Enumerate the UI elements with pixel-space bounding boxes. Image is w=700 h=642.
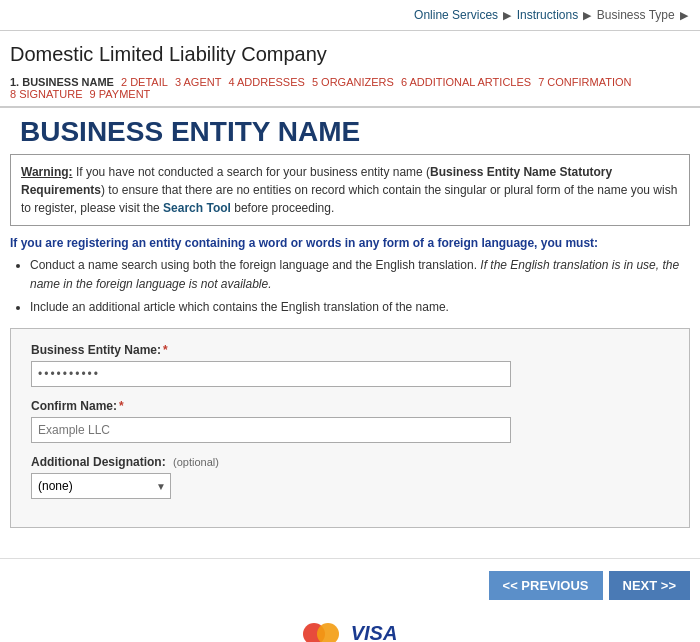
step-2-link[interactable]: 2 DETAIL	[121, 76, 168, 88]
business-name-input[interactable]	[31, 361, 511, 387]
step-5-link[interactable]: 5 ORGANIZERS	[312, 76, 394, 88]
breadcrumb-sep-2: ▶	[583, 9, 591, 21]
breadcrumb-instructions[interactable]: Instructions	[517, 8, 578, 22]
step-8-link[interactable]: 8 SIGNATURE	[10, 88, 83, 100]
step-1-active: 1. BUSINESS NAME	[10, 76, 114, 88]
breadcrumb: Online Services ▶ Instructions ▶ Busines…	[0, 0, 700, 31]
step-7-link[interactable]: 7 CONFIRMATION	[538, 76, 631, 88]
payment-icons: VISA	[303, 622, 398, 642]
previous-button[interactable]: << PREVIOUS	[489, 571, 603, 600]
breadcrumb-business-type: Business Type	[597, 8, 675, 22]
step-nav: 1. BUSINESS NAME 2 DETAIL 3 AGENT 4 ADDR…	[0, 72, 700, 108]
foreign-notice-list: Conduct a name search using both the for…	[30, 256, 690, 318]
foreign-notice-heading: If you are registering an entity contain…	[10, 236, 690, 250]
foreign-notice: If you are registering an entity contain…	[10, 236, 690, 318]
breadcrumb-sep-1: ▶	[503, 9, 511, 21]
breadcrumb-sep-3: ▶	[680, 9, 688, 21]
page-title-section: Domestic Limited Liability Company	[0, 31, 700, 72]
warning-label: Warning:	[21, 165, 73, 179]
mc-yellow-circle	[317, 623, 339, 642]
select-wrapper: (none) LLC L.L.C. Limited Liability Comp…	[31, 473, 171, 499]
business-name-required: *	[163, 343, 168, 357]
additional-designation-select[interactable]: (none) LLC L.L.C. Limited Liability Comp…	[31, 473, 171, 499]
step-6-link[interactable]: 6 ADDITIONAL ARTICLES	[401, 76, 531, 88]
additional-designation-group: Additional Designation: (optional) (none…	[31, 455, 669, 499]
confirm-name-input[interactable]	[31, 417, 511, 443]
confirm-name-required: *	[119, 399, 124, 413]
warning-text3: before proceeding.	[231, 201, 334, 215]
next-button[interactable]: NEXT >>	[609, 571, 690, 600]
step-4-link[interactable]: 4 ADDRESSES	[228, 76, 304, 88]
warning-text1: If you have not conducted a search for y…	[76, 165, 430, 179]
section-heading: BUSINESS ENTITY NAME	[10, 108, 690, 154]
optional-label: (optional)	[173, 456, 219, 468]
breadcrumb-online-services[interactable]: Online Services	[414, 8, 498, 22]
search-tool-link[interactable]: Search Tool	[163, 201, 231, 215]
notice-item-2-text: Include an additional article which cont…	[30, 300, 449, 314]
notice-item-1-text1: Conduct a name search using both the for…	[30, 258, 480, 272]
notice-item-2: Include an additional article which cont…	[30, 298, 690, 317]
additional-designation-label: Additional Designation: (optional)	[31, 455, 669, 469]
mastercard-icon	[303, 622, 341, 642]
warning-box: Warning: If you have not conducted a sea…	[10, 154, 690, 226]
main-content: BUSINESS ENTITY NAME Warning: If you hav…	[0, 108, 700, 538]
step-9-link[interactable]: 9 PAYMENT	[90, 88, 151, 100]
page-title: Domestic Limited Liability Company	[10, 43, 690, 66]
confirm-name-label: Confirm Name:*	[31, 399, 669, 413]
business-name-label: Business Entity Name:*	[31, 343, 669, 357]
confirm-name-group: Confirm Name:*	[31, 399, 669, 443]
notice-item-1: Conduct a name search using both the for…	[30, 256, 690, 294]
form-section: Business Entity Name:* Confirm Name:* Ad…	[10, 328, 690, 528]
step-3-link[interactable]: 3 AGENT	[175, 76, 221, 88]
bottom-nav: << PREVIOUS NEXT >>	[0, 558, 700, 612]
business-name-group: Business Entity Name:*	[31, 343, 669, 387]
visa-icon: VISA	[351, 622, 398, 642]
footer: VISA PDF Refund Policy Customer Service	[0, 612, 700, 642]
warning-text2: ) to ensure that there are no entities o…	[21, 183, 677, 215]
